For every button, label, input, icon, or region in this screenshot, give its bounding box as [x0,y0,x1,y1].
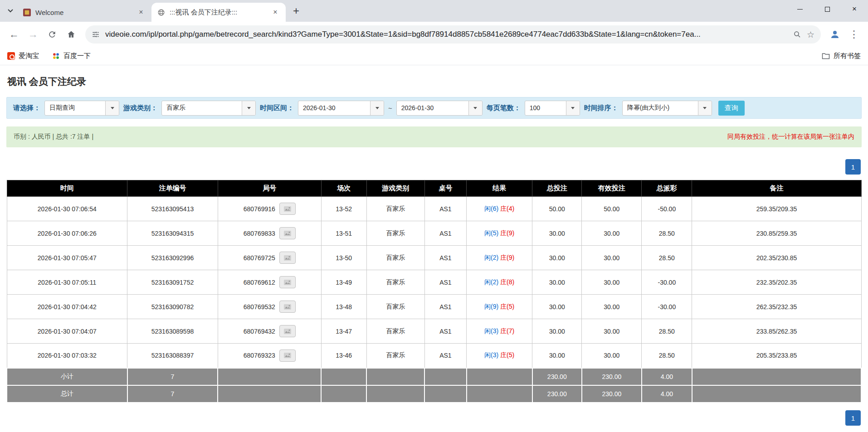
cell-bet-id: 523163094315 [127,221,218,246]
video-replay-button[interactable] [279,325,296,337]
cell-time: 2026-01-30 07:06:26 [7,221,127,246]
date-from-select[interactable]: 2026-01-30 [298,101,384,116]
col-header-bet-id: 注单编号 [127,180,218,197]
tab-welcome[interactable]: Welcome × [17,3,151,22]
chevron-down-icon[interactable] [566,101,580,115]
cell-total-bet: 30.00 [532,221,582,246]
pagination-top: 1 [7,159,861,175]
folder-icon [822,52,830,60]
filter-bar: 请选择： 日期查询 游戏类别： 百家乐 时间区间： 2026-01-30 ~ 2… [6,97,862,119]
bookmark-label: 爱淘宝 [19,52,39,60]
table-row: 2026-01-30 07:06:26 523163094315 6807698… [7,221,861,246]
col-header-result: 结果 [467,180,532,197]
forward-button[interactable]: → [24,26,42,43]
cell-time: 2026-01-30 07:04:07 [7,319,127,344]
bookmark-aitaobao[interactable]: 爱淘宝 [7,52,39,60]
cell-valid-bet: 50.00 [582,197,642,221]
chevron-down-icon[interactable] [105,101,119,115]
total-count: 7 [127,385,218,403]
cell-bet-id: 523163090782 [127,295,218,319]
cell-total-bet: 30.00 [532,344,582,368]
cell-total-bet: 30.00 [532,295,582,319]
page-size-select[interactable]: 100 [525,101,580,116]
replay-image-icon [284,255,291,261]
valid-bet-notice: 同局有效投注，统一计算在该局第一张注单内 [727,133,854,141]
site-info-icon[interactable] [92,30,100,39]
chevron-down-icon[interactable] [698,101,712,115]
col-header-table-no: 桌号 [424,180,466,197]
new-tab-button[interactable]: + [288,3,304,19]
result-player: 闲(5) [484,229,498,237]
address-bar[interactable]: videoie.com/ipl/portal.php/game/betrecor… [85,25,821,44]
video-replay-button[interactable] [279,301,296,313]
cell-note: 259.35/209.35 [692,197,861,221]
table-row: 2026-01-30 07:04:42 523163090782 6807695… [7,295,861,319]
cell-valid-bet: 30.00 [582,344,642,368]
tab-strip: Welcome × :::视讯 会员下注纪录::: × + × [0,0,868,22]
cell-bet-id: 523163088397 [127,344,218,368]
round-number: 680769612 [244,279,275,286]
select-type-label: 请选择： [13,104,40,112]
close-button[interactable]: × [841,0,868,18]
cell-table-no: AS1 [424,246,466,270]
cell-game-type: 百家乐 [366,270,424,295]
round-number: 680769432 [244,328,275,335]
subtotal-row: 小计 7 230.00 230.00 4.00 [7,368,861,385]
video-replay-button[interactable] [279,227,296,239]
menu-kebab-icon[interactable]: ⋮ [845,26,863,43]
page-1-button[interactable]: 1 [845,410,861,426]
cell-valid-bet: 30.00 [582,295,642,319]
chevron-down-icon[interactable] [242,101,255,115]
maximize-button[interactable] [814,0,841,18]
minimize-button[interactable] [786,0,814,18]
summary-bar: 币别 : 人民币 | 总共 :7 注单 | 同局有效投注，统一计算在该局第一张注… [6,126,862,147]
date-separator: ~ [388,104,392,112]
game-type-select[interactable]: 百家乐 [161,101,256,116]
bookmark-star-icon[interactable]: ☆ [807,29,814,40]
video-replay-button[interactable] [279,276,296,288]
home-button[interactable] [63,26,80,43]
cell-time: 2026-01-30 07:05:11 [7,270,127,295]
globe-favicon [157,8,165,16]
profile-icon[interactable] [826,26,844,43]
chevron-down-icon[interactable] [468,101,482,115]
video-replay-button[interactable] [279,203,296,215]
bookmark-baidu[interactable]: 百度一下 [52,52,91,60]
sort-order-select[interactable]: 降幂(由大到小) [622,101,712,116]
cell-time: 2026-01-30 07:03:32 [7,344,127,368]
total-valid-bet: 230.00 [582,385,642,403]
all-bookmarks-button[interactable]: 所有书签 [822,52,861,60]
tab-close-icon[interactable]: × [136,7,146,17]
result-player: 闲(3) [484,351,498,359]
tab-bet-records[interactable]: :::视讯 会员下注纪录::: × [151,3,286,22]
cell-round: 680769833 [218,221,321,246]
cell-payout: -30.00 [642,295,692,319]
refresh-button[interactable] [44,26,61,43]
date-to-select[interactable]: 2026-01-30 [396,101,483,116]
query-type-select[interactable]: 日期查询 [44,101,119,116]
table-row: 2026-01-30 07:06:54 523163095413 6807699… [7,197,861,221]
result-banker: 庄(4) [500,205,514,212]
back-button[interactable]: ← [5,26,23,43]
video-replay-button[interactable] [279,252,296,264]
bet-records-table: 时间 注单编号 局号 场次 游戏类别 桌号 结果 总投注 有效投注 总派彩 备注… [6,180,862,403]
table-row: 2026-01-30 07:03:32 523163088397 6807693… [7,344,861,368]
cell-result: 闲(3)庄(5) [467,344,532,368]
url-text[interactable]: videoie.com/ipl/portal.php/game/betrecor… [105,30,788,39]
search-button[interactable]: 查询 [718,101,745,116]
zoom-icon[interactable] [793,30,801,39]
cell-round: 680769612 [218,270,321,295]
cell-valid-bet: 30.00 [582,319,642,344]
cell-round: 680769725 [218,246,321,270]
tab-close-icon[interactable]: × [270,7,280,17]
sort-order-label: 时间排序： [584,104,618,112]
tab-search-chevron-icon[interactable] [4,4,17,18]
baidu-icon [52,52,60,60]
chevron-down-icon[interactable] [370,101,384,115]
cell-table-no: AS1 [424,270,466,295]
video-replay-button[interactable] [279,349,296,362]
cell-note: 262.35/232.35 [692,295,861,319]
round-number: 680769916 [244,205,275,213]
cell-table-no: AS1 [424,344,466,368]
page-1-button[interactable]: 1 [845,159,861,175]
